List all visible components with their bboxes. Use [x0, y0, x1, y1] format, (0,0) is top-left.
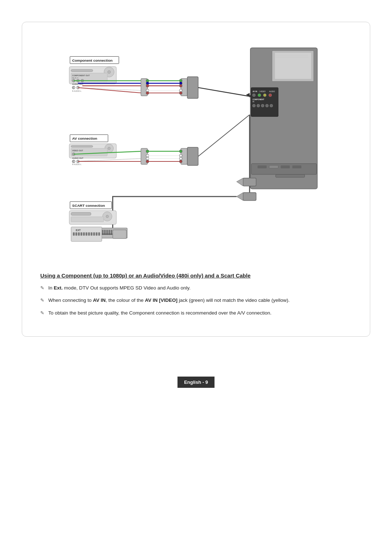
svg-text:AUDIO OUT: AUDIO OUT: [72, 157, 83, 159]
svg-point-90: [105, 144, 114, 153]
svg-rect-30: [243, 193, 256, 201]
svg-text:AUDIO: AUDIO: [269, 90, 275, 93]
svg-point-9: [253, 94, 256, 97]
note-2-bold-avin: AV IN: [93, 297, 106, 303]
svg-rect-121: [71, 213, 91, 215]
svg-point-123: [106, 215, 109, 218]
svg-point-16: [257, 104, 260, 107]
svg-text:EXT: EXT: [76, 229, 81, 231]
svg-text:IN: IN: [253, 100, 254, 103]
svg-point-98: [77, 160, 79, 163]
svg-marker-29: [237, 178, 243, 186]
svg-rect-41: [115, 230, 116, 235]
svg-line-86: [198, 87, 251, 97]
footer-label: English - 9: [184, 379, 208, 385]
svg-marker-26: [246, 93, 250, 97]
svg-point-56: [81, 79, 84, 82]
svg-text:SCART connection: SCART connection: [72, 204, 105, 208]
svg-text:R-AUDIO-L: R-AUDIO-L: [72, 163, 82, 165]
svg-rect-47: [69, 67, 117, 84]
note-item-1: In Ext. mode, DTV Out supports MPEG SD V…: [40, 284, 352, 292]
svg-point-60: [77, 86, 79, 89]
svg-rect-35: [104, 230, 105, 235]
svg-point-83: [179, 89, 182, 92]
svg-rect-120: [69, 211, 117, 225]
svg-rect-39: [111, 230, 112, 235]
svg-rect-127: [73, 232, 75, 235]
svg-point-10: [258, 94, 261, 97]
svg-point-115: [179, 154, 182, 157]
svg-text:AV IN: AV IN: [253, 90, 257, 93]
svg-rect-113: [181, 148, 187, 164]
svg-rect-134: [91, 232, 93, 235]
svg-point-84: [179, 91, 182, 94]
note-2-bold-avin-video: AV IN [VIDEO]: [145, 297, 177, 303]
svg-rect-21: [258, 165, 267, 168]
note-item-2: When connecting to AV IN, the colour of …: [40, 297, 352, 304]
svg-rect-45: [122, 230, 123, 235]
svg-rect-33: [100, 230, 101, 235]
main-heading: Using a Component (up to 1080p) or an Au…: [40, 272, 352, 279]
svg-rect-34: [102, 230, 103, 235]
svg-text:AV connection: AV connection: [72, 136, 97, 140]
svg-text:| VIDEO: | VIDEO: [259, 90, 266, 93]
svg-rect-136: [96, 232, 98, 235]
note-item-3: To obtain the best picture quality, the …: [40, 309, 352, 317]
svg-point-50: [108, 71, 111, 74]
svg-rect-22: [269, 165, 278, 168]
svg-text:AUDIO OUT: AUDIO OUT: [72, 83, 83, 85]
svg-rect-128: [75, 232, 77, 235]
svg-rect-40: [113, 230, 114, 235]
svg-rect-129: [78, 232, 80, 235]
svg-rect-144: [70, 202, 112, 209]
svg-point-17: [261, 104, 264, 107]
svg-text:Pb  Pr  Y: Pb Pr Y: [72, 77, 79, 79]
svg-rect-132: [86, 232, 87, 235]
note-1-bold-ext: Ext.: [54, 285, 63, 291]
svg-point-97: [72, 160, 75, 163]
svg-point-106: [146, 154, 149, 157]
svg-rect-48: [71, 70, 93, 72]
svg-text:Component connection: Component connection: [72, 58, 113, 62]
svg-rect-38: [109, 230, 110, 235]
svg-point-55: [77, 79, 79, 82]
svg-rect-36: [106, 230, 107, 235]
svg-rect-44: [120, 230, 121, 235]
svg-rect-124: [71, 217, 104, 222]
svg-rect-79: [181, 78, 187, 96]
svg-point-117: [179, 160, 182, 163]
svg-point-116: [179, 157, 182, 160]
svg-point-108: [146, 160, 149, 163]
svg-point-70: [146, 82, 149, 85]
note-list: In Ext. mode, DTV Out supports MPEG SD V…: [40, 284, 352, 317]
svg-rect-135: [93, 232, 95, 235]
svg-point-18: [266, 104, 269, 107]
svg-rect-32: [98, 228, 127, 238]
svg-rect-46: [123, 230, 124, 235]
svg-rect-85: [187, 77, 198, 98]
svg-rect-42: [117, 230, 118, 235]
svg-line-65: [74, 87, 142, 90]
svg-point-114: [179, 150, 182, 153]
svg-line-119: [198, 115, 250, 156]
svg-rect-88: [69, 144, 117, 158]
page-container: AV IN | VIDEO AUDIO COMPONENT IN: [22, 22, 370, 337]
svg-rect-43: [118, 230, 119, 235]
svg-rect-1: [272, 51, 314, 82]
svg-text:VIDEO OUT: VIDEO OUT: [72, 149, 83, 152]
svg-point-69: [146, 79, 149, 82]
svg-rect-68: [141, 78, 147, 96]
svg-point-59: [72, 86, 75, 89]
svg-point-94: [72, 153, 75, 156]
svg-point-54: [72, 79, 75, 82]
svg-line-67: [78, 87, 142, 93]
page-footer: English - 9: [177, 377, 215, 388]
svg-marker-87: [250, 95, 251, 98]
svg-text:COMPONENT: COMPONENT: [253, 98, 264, 100]
svg-point-49: [104, 67, 114, 77]
svg-point-72: [146, 89, 149, 92]
svg-line-101: [74, 159, 142, 161]
svg-point-81: [179, 82, 182, 85]
svg-rect-5: [251, 87, 278, 116]
svg-rect-25: [275, 174, 305, 177]
